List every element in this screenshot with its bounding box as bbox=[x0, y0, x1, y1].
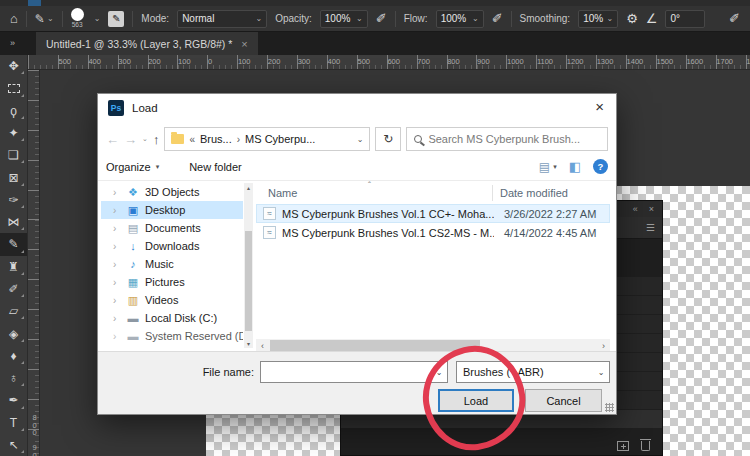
location-icon: ▦ bbox=[126, 276, 140, 289]
airbrush-icon[interactable]: ✐ bbox=[492, 12, 503, 25]
tool-crop[interactable]: ❏ bbox=[0, 144, 27, 166]
tool-healing-brush[interactable]: ⋈ bbox=[0, 211, 27, 233]
sidebar-item-system-reserved-d[interactable]: › ▬ System Reserved (D:) bbox=[101, 327, 243, 345]
history-chevron-icon[interactable]: ⌄ bbox=[142, 135, 148, 143]
sidebar-item-local-disk-c[interactable]: › ▬ Local Disk (C:) bbox=[101, 309, 243, 327]
sidebar-item-3d-objects[interactable]: › ❖ 3D Objects bbox=[101, 183, 243, 201]
scrollbar-thumb[interactable] bbox=[245, 231, 252, 331]
ruler-label: 100 bbox=[238, 57, 251, 66]
expand-chevron-icon[interactable]: › bbox=[113, 277, 121, 288]
close-panel-icon[interactable]: × bbox=[649, 205, 654, 214]
brush-preset-preview[interactable]: 563 bbox=[71, 8, 84, 29]
panel-menu-icon[interactable]: ☰ bbox=[646, 223, 655, 233]
tool-move[interactable]: ✥ bbox=[0, 55, 27, 77]
tree-scrollbar[interactable]: ▴ ▾ bbox=[244, 183, 253, 348]
preview-pane-icon[interactable]: ◧ bbox=[569, 160, 581, 173]
tool-icon bbox=[8, 84, 20, 93]
column-divider[interactable] bbox=[492, 185, 493, 201]
tool-pen[interactable]: ✒ bbox=[0, 389, 27, 411]
dialog-close-icon[interactable]: × bbox=[595, 99, 604, 114]
help-button[interactable]: ? bbox=[593, 159, 608, 174]
opacity-pressure-icon[interactable]: ✐ bbox=[376, 12, 387, 25]
tool-clone-stamp[interactable]: ♜ bbox=[0, 256, 27, 278]
trash-icon[interactable] bbox=[641, 441, 650, 451]
sort-ascending-icon[interactable]: ˆ bbox=[368, 180, 371, 190]
sidebar-item-pictures[interactable]: › ▦ Pictures bbox=[101, 273, 243, 291]
expand-chevron-icon[interactable]: › bbox=[113, 241, 121, 252]
tool-history-brush[interactable]: ✐ bbox=[0, 278, 27, 300]
tool-preset-picker[interactable]: ✎ ⌄ bbox=[35, 12, 54, 26]
breadcrumb-segment[interactable]: MS Cyberpu... bbox=[245, 133, 315, 145]
ruler-label: 1600 bbox=[686, 57, 703, 66]
tool-dodge[interactable]: ♁ bbox=[0, 367, 27, 389]
organize-button[interactable]: Organize ▾ bbox=[106, 161, 159, 173]
expand-chevron-icon[interactable]: › bbox=[113, 187, 121, 198]
smoothing-select[interactable]: 10% ⌄ bbox=[578, 10, 618, 28]
tool-brush[interactable]: ✎ bbox=[0, 233, 27, 255]
sidebar-item-label: Downloads bbox=[145, 240, 199, 252]
new-brush-icon[interactable] bbox=[617, 441, 629, 451]
angle-input[interactable]: 0° bbox=[665, 10, 705, 28]
forward-icon[interactable]: → bbox=[124, 133, 137, 146]
toggle-brushes-panel-button[interactable]: ✎ bbox=[108, 11, 124, 27]
brush-pressure-icon[interactable]: ✐ bbox=[729, 12, 740, 25]
up-folder-icon[interactable]: ↑ bbox=[153, 133, 160, 146]
opacity-select[interactable]: 100% ⌄ bbox=[320, 10, 368, 28]
expand-chevron-icon[interactable]: › bbox=[113, 295, 121, 306]
tool-rectangular-marquee[interactable] bbox=[0, 77, 27, 99]
tab-close-icon[interactable]: × bbox=[241, 38, 247, 50]
refresh-button[interactable]: ↻ bbox=[375, 127, 401, 151]
MS Cyberpunk Brushes Vol.1 CC+- Moha...[interactable]: ≈ MS Cyberpunk Brushes Vol.1 CC+- Moha..… bbox=[256, 204, 610, 223]
file-name-combo[interactable]: ⌄ bbox=[260, 361, 448, 383]
scrollbar-thumb[interactable] bbox=[270, 340, 480, 351]
sidebar-item-videos[interactable]: › ▥ Videos bbox=[101, 291, 243, 309]
address-chevron-icon[interactable]: ⌄ bbox=[357, 135, 364, 144]
cancel-button[interactable]: Cancel bbox=[525, 389, 602, 412]
search-box[interactable] bbox=[406, 127, 608, 151]
gear-icon[interactable]: ⚙ bbox=[626, 12, 638, 25]
tool-eraser[interactable]: ▱ bbox=[0, 300, 27, 322]
tool-blur[interactable]: ♦ bbox=[0, 345, 27, 367]
brush-picker-chevron-icon[interactable]: ⌄ bbox=[94, 14, 101, 23]
collapse-panel-icon[interactable]: « bbox=[633, 205, 638, 214]
ruler-label: 500 bbox=[358, 57, 371, 66]
sidebar-item-label: Pictures bbox=[145, 276, 185, 288]
expand-chevron-icon[interactable]: › bbox=[113, 331, 121, 342]
view-options-button[interactable]: ▤ ▾ bbox=[539, 160, 557, 174]
expand-chevron-icon[interactable]: › bbox=[113, 205, 121, 216]
expand-chevron-icon[interactable]: › bbox=[113, 259, 121, 270]
column-header-name[interactable]: Name bbox=[268, 187, 297, 199]
panel-overflow-icon[interactable]: » bbox=[10, 38, 15, 48]
breadcrumb[interactable]: « Brus... › MS Cyberpu... ⌄ bbox=[164, 127, 370, 151]
MS Cyberpunk Brushes Vol.1 CS2-MS - M...[interactable]: ≈ MS Cyberpunk Brushes Vol.1 CS2-MS - M.… bbox=[256, 223, 610, 242]
breadcrumb-segment[interactable]: Brus... bbox=[200, 133, 232, 145]
back-icon[interactable]: ← bbox=[106, 133, 119, 146]
resize-grip[interactable] bbox=[605, 403, 614, 412]
new-folder-button[interactable]: New folder bbox=[189, 161, 242, 173]
sidebar-item-documents[interactable]: › ▤ Documents bbox=[101, 219, 243, 237]
folder-tree: › ❖ 3D Objects › ▣ Desktop › ▤ Documents bbox=[101, 183, 243, 348]
sidebar-item-desktop[interactable]: › ▣ Desktop bbox=[101, 201, 243, 219]
tool-icon: ◈ bbox=[9, 328, 18, 340]
tool-paint-bucket[interactable]: ◈ bbox=[0, 322, 27, 344]
tool-icon: ⊠ bbox=[8, 172, 18, 184]
tool-path-select[interactable]: ↖ bbox=[0, 434, 27, 456]
sidebar-item-music[interactable]: › ♪ Music bbox=[101, 255, 243, 273]
home-icon[interactable]: ⌂ bbox=[10, 12, 18, 25]
scroll-down-icon[interactable]: ▾ bbox=[244, 340, 253, 347]
tool-eyedropper[interactable]: ✑ bbox=[0, 189, 27, 211]
search-input[interactable] bbox=[428, 133, 600, 145]
tool-type[interactable]: T bbox=[0, 412, 27, 434]
mode-select[interactable]: Normal ⌄ bbox=[177, 10, 267, 28]
tool-lasso[interactable]: ϙ bbox=[0, 100, 27, 122]
column-header-date-modified[interactable]: Date modified bbox=[500, 187, 568, 199]
scroll-up-icon[interactable]: ▴ bbox=[244, 184, 253, 191]
sidebar-item-downloads[interactable]: › ↓ Downloads bbox=[101, 237, 243, 255]
file-name-input[interactable] bbox=[261, 362, 431, 382]
document-tab[interactable]: Untitled-1 @ 33.3% (Layer 3, RGB/8#) * × bbox=[36, 32, 258, 55]
flow-select[interactable]: 100% ⌄ bbox=[436, 10, 484, 28]
expand-chevron-icon[interactable]: › bbox=[113, 223, 121, 234]
expand-chevron-icon[interactable]: › bbox=[113, 313, 121, 324]
tool-frame[interactable]: ⊠ bbox=[0, 166, 27, 188]
tool-quick-selection[interactable]: ✦ bbox=[0, 122, 27, 144]
